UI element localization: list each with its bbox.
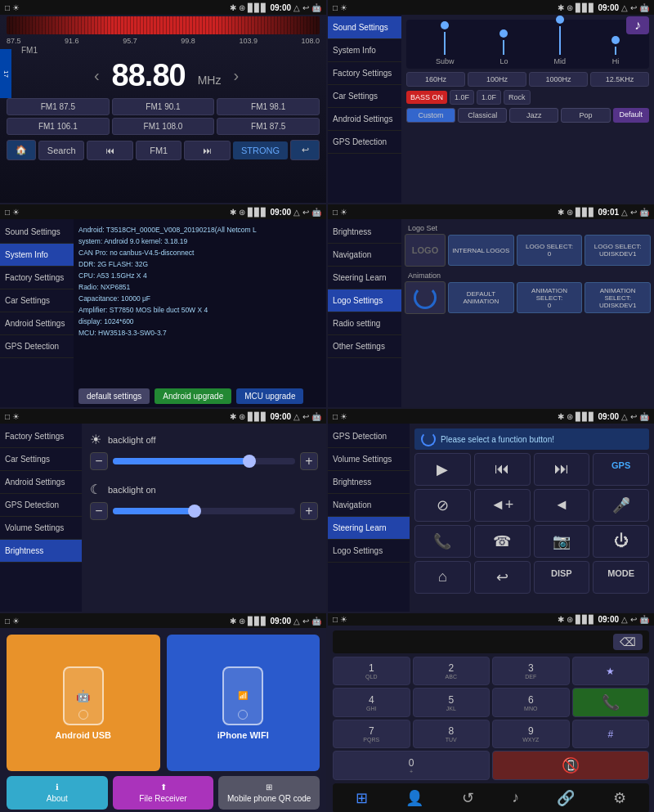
about-button[interactable]: ℹ About (7, 776, 108, 810)
ls-radio[interactable]: Radio setting (328, 312, 401, 335)
sidebar-gps-detection[interactable]: GPS Detection (328, 131, 401, 154)
freq-100hz[interactable]: 100Hz (468, 72, 526, 87)
gps-button[interactable]: GPS (593, 453, 649, 486)
backlight-on-decrease[interactable]: − (90, 502, 108, 520)
preset-pop[interactable]: Pop (561, 108, 610, 123)
sidebar-sound-settings[interactable]: Sound Settings (328, 16, 401, 39)
contacts-icon-button[interactable]: 👤 (399, 787, 430, 809)
search-button[interactable]: Search (38, 141, 84, 160)
band-button[interactable]: FM1 (136, 141, 181, 160)
logo-select-udisk[interactable]: LOGO SELECT:UDISKDEV1 (585, 235, 651, 266)
backlight-off-handle[interactable] (243, 455, 256, 468)
bs-car[interactable]: Car Settings (0, 448, 82, 471)
st-logo[interactable]: Logo Settings (328, 540, 410, 563)
key-1[interactable]: 1QLD (333, 657, 410, 685)
st-brightness[interactable]: Brightness (328, 471, 410, 494)
backlight-off-increase[interactable]: + (300, 452, 318, 470)
key-9[interactable]: 9WXYZ (492, 720, 570, 748)
music-icon-button[interactable]: ♪ (505, 787, 526, 809)
disp-button[interactable]: DISP (534, 561, 590, 594)
next-track-button[interactable]: ⏭ (534, 453, 590, 486)
bs-android[interactable]: Android Settings (0, 471, 82, 494)
sidebar-factory-settings[interactable]: Factory Settings (328, 62, 401, 85)
key-4[interactable]: 4GHI (333, 688, 410, 717)
phone-icon-button[interactable]: ☎ (474, 525, 531, 558)
ls-navigation[interactable]: Navigation (328, 244, 401, 267)
mcu-upgrade-button[interactable]: MCU upgrade (236, 388, 303, 404)
iphone-wifi-card[interactable]: 📶 iPhone WIFI (167, 635, 320, 771)
home-button-steering[interactable]: ⌂ (414, 561, 471, 594)
call-button[interactable]: 📞 (414, 525, 471, 558)
key-0[interactable]: 0+ (333, 751, 490, 780)
prev-button[interactable]: ⏮ (87, 141, 132, 160)
backlight-off-track[interactable] (113, 458, 295, 464)
backlight-on-track[interactable] (113, 508, 295, 514)
mic-button[interactable]: 🎤 (593, 489, 649, 522)
back-button[interactable]: ↩ (290, 140, 320, 160)
preset-2[interactable]: FM1 90.1 (112, 98, 215, 115)
bass-rock[interactable]: Rock (504, 90, 531, 105)
power-button[interactable]: ⏻ (593, 525, 649, 558)
default-button[interactable]: Default (613, 108, 650, 123)
bass-on-button[interactable]: BASS ON (406, 91, 447, 104)
preset-5[interactable]: FM1 108.0 (112, 118, 215, 135)
file-receiver-button[interactable]: ⬆ File Receiver (113, 776, 214, 810)
anim-select-0[interactable]: ANIMATION SELECT:0 (517, 282, 583, 313)
st-navigation[interactable]: Navigation (328, 494, 410, 517)
anim-select-udisk[interactable]: ANIMATION SELECT:UDISKDEV1 (585, 282, 651, 313)
link-icon-button[interactable]: 🔗 (550, 787, 581, 809)
si-car[interactable]: Car Settings (0, 289, 74, 312)
freq-up-button[interactable]: › (233, 66, 239, 85)
freq-1000hz[interactable]: 1000Hz (529, 72, 588, 87)
si-android[interactable]: Android Settings (0, 312, 74, 335)
st-steering[interactable]: Steering Learn (328, 517, 410, 540)
si-sysinfo[interactable]: System Info (0, 244, 74, 267)
key-6[interactable]: 6MNO (492, 688, 570, 717)
internal-logos-button[interactable]: INTERNAL LOGOS (448, 235, 514, 266)
default-animation-button[interactable]: DEFAULT ANIMATION (448, 282, 514, 313)
key-star[interactable]: ★ (572, 657, 650, 685)
backspace-button[interactable]: ⌫ (613, 634, 643, 650)
home-button[interactable]: 🏠 (7, 140, 36, 160)
bs-factory[interactable]: Factory Settings (0, 425, 82, 448)
keypad-icon-button[interactable]: ⊞ (349, 787, 374, 809)
backlight-on-handle[interactable] (188, 505, 201, 518)
android-upgrade-button[interactable]: Android upgrade (155, 388, 231, 404)
back-button-steering[interactable]: ↩ (474, 561, 531, 594)
key-3[interactable]: 3DEF (492, 657, 570, 685)
play-button[interactable]: ▶ (414, 453, 471, 486)
preset-3[interactable]: FM1 98.1 (217, 98, 320, 115)
freq-125khz[interactable]: 12.5KHz (590, 72, 649, 87)
mute-button[interactable]: ⊘ (414, 489, 471, 522)
ls-brightness[interactable]: Brightness (328, 221, 401, 244)
call-button-keypad[interactable]: 📞 (572, 688, 650, 717)
next-button[interactable]: ⏭ (184, 141, 230, 160)
audio-icon-button[interactable]: ♪ (626, 16, 649, 34)
bs-gps[interactable]: GPS Detection (0, 494, 82, 517)
prev-track-button[interactable]: ⏮ (474, 453, 531, 486)
ls-steering[interactable]: Steering Learn (328, 267, 401, 289)
preset-4[interactable]: FM1 106.1 (7, 118, 110, 135)
st-gps[interactable]: GPS Detection (328, 425, 410, 448)
preset-classical[interactable]: Classical (458, 108, 507, 123)
preset-6[interactable]: FM1 87.5 (217, 118, 320, 135)
bass-1f-1[interactable]: 1.0F (450, 90, 474, 105)
default-settings-button[interactable]: default settings (78, 388, 150, 404)
settings-icon-button[interactable]: ⚙ (607, 787, 633, 809)
key-7[interactable]: 7PQRS (333, 720, 410, 748)
freq-160hz[interactable]: 160Hz (406, 72, 465, 87)
android-usb-card[interactable]: 🤖 Android USB (7, 635, 160, 771)
vol-mute-button[interactable]: ◄ (534, 489, 590, 522)
vol-down-button[interactable]: ◄+ (474, 489, 531, 522)
si-gps[interactable]: GPS Detection (0, 335, 74, 358)
bs-brightness[interactable]: Brightness (0, 540, 82, 563)
mode-button[interactable]: MODE (593, 561, 649, 594)
ls-other[interactable]: Other Settings (328, 335, 401, 358)
sidebar-android-settings[interactable]: Android Settings (328, 108, 401, 131)
si-factory[interactable]: Factory Settings (0, 267, 74, 289)
recents-icon-button[interactable]: ↺ (455, 787, 481, 809)
freq-down-button[interactable]: ‹ (94, 66, 100, 85)
key-hash[interactable]: # (572, 720, 650, 748)
preset-1[interactable]: FM1 87.5 (7, 98, 110, 115)
si-sound[interactable]: Sound Settings (0, 221, 74, 244)
